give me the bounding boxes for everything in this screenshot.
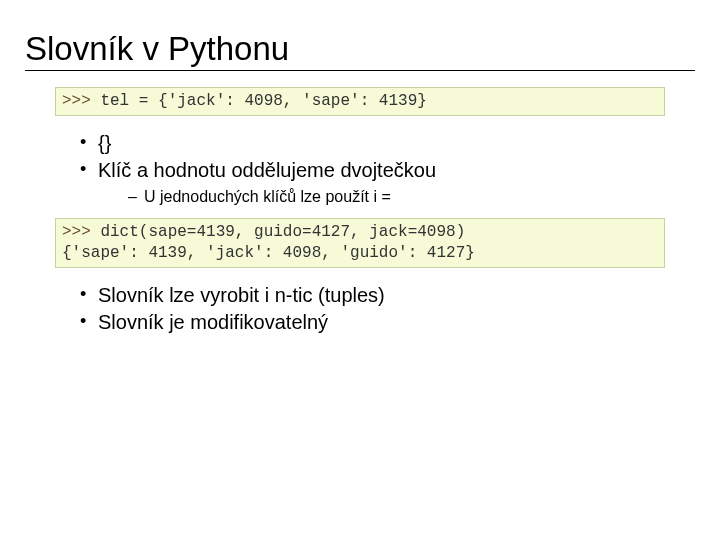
code-line: tel = {'jack': 4098, 'sape': 4139} (91, 92, 427, 110)
repl-prompt: >>> (62, 223, 91, 241)
code-example-2: >>> dict(sape=4139, guido=4127, jack=409… (55, 218, 665, 268)
bullet-text: {} (98, 132, 111, 154)
bullet-list-1: {} Klíč a hodnotu oddělujeme dvojtečkou … (25, 130, 695, 208)
list-item: {} (80, 130, 695, 157)
bullet-list-2: Slovník lze vyrobit i n-tic (tuples) Slo… (25, 282, 695, 336)
bullet-text: Klíč a hodnotu oddělujeme dvojtečkou (98, 159, 436, 181)
list-item: Klíč a hodnotu oddělujeme dvojtečkou U j… (80, 157, 695, 208)
code-row: {'sape': 4139, 'jack': 4098, 'guido': 41… (62, 243, 658, 264)
slide: Slovník v Pythonu >>> tel = {'jack': 409… (0, 0, 720, 356)
sub-list: U jednoduchých klíčů lze použít i = (98, 186, 695, 208)
list-item: Slovník lze vyrobit i n-tic (tuples) (80, 282, 695, 309)
list-item: U jednoduchých klíčů lze použít i = (128, 186, 695, 208)
code-example-1: >>> tel = {'jack': 4098, 'sape': 4139} (55, 87, 665, 116)
code-row: >>> dict(sape=4139, guido=4127, jack=409… (62, 222, 658, 243)
page-title: Slovník v Pythonu (25, 30, 695, 71)
sub-bullet-text: U jednoduchých klíčů lze použít i = (144, 188, 391, 205)
repl-prompt: >>> (62, 92, 91, 110)
code-output: {'sape': 4139, 'jack': 4098, 'guido': 41… (62, 244, 475, 262)
bullet-text: Slovník je modifikovatelný (98, 311, 328, 333)
bullet-text: Slovník lze vyrobit i n-tic (tuples) (98, 284, 385, 306)
code-line: dict(sape=4139, guido=4127, jack=4098) (91, 223, 465, 241)
list-item: Slovník je modifikovatelný (80, 309, 695, 336)
